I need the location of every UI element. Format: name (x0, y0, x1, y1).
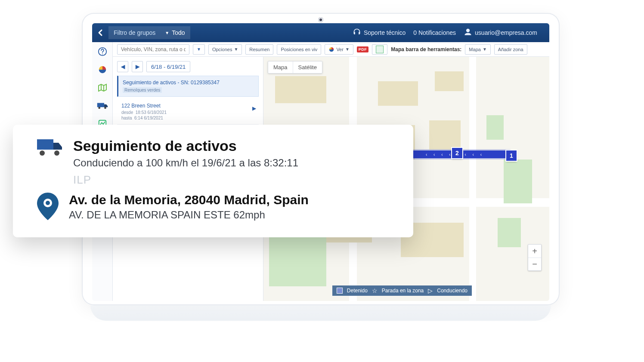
user-icon (464, 28, 472, 38)
support-label: Soporte técnico (364, 29, 406, 36)
date-prev-button[interactable]: ◀ (117, 61, 128, 72)
zoom-out-button[interactable]: − (528, 258, 541, 270)
route-marker-1[interactable]: 1 (506, 150, 517, 161)
user-menu[interactable]: usuario@empresa.com (464, 28, 537, 38)
svg-point-4 (104, 107, 106, 109)
svg-point-1 (102, 54, 103, 55)
map-legend: Detenido ☆ Parada en la zona ▷ Conducien… (332, 285, 472, 296)
map-type-satellite[interactable]: Satélite (293, 61, 322, 73)
pin-icon (36, 193, 59, 222)
camera-dot (318, 17, 323, 22)
fleet-icon[interactable] (96, 100, 108, 112)
popup-status: Conduciendo a 100 km/h el 19/6/21 a las … (73, 157, 298, 169)
live-positions-label: Posiciones en viv (281, 47, 317, 52)
map-icon[interactable] (96, 82, 108, 94)
date-next-button[interactable]: ▶ (132, 61, 143, 72)
popup-code: ILP (73, 173, 298, 187)
truck-icon (36, 138, 64, 158)
legend-star-icon: ☆ (372, 287, 378, 294)
support-link[interactable]: Soporte técnico (353, 28, 406, 38)
map-style-label: Mapa (469, 47, 481, 52)
search-input[interactable] (117, 44, 189, 55)
expand-icon: ▶ (252, 105, 256, 111)
pdf-badge: PDF (357, 46, 369, 52)
date-selector: ◀ ▶ 6/18 - 6/19/21 (113, 57, 263, 76)
notifications-link[interactable]: 0 Notificaciones (413, 29, 456, 36)
group-filter-label: Filtro de grupos (114, 29, 155, 36)
map-style-dropdown[interactable]: Mapa ▼ (465, 44, 490, 55)
laptop-base (90, 305, 551, 321)
view-dropdown[interactable]: Ver ▼ (325, 44, 353, 55)
svg-point-8 (54, 150, 59, 156)
tooltip-card: Seguimiento de activos Conduciendo a 100… (13, 125, 413, 237)
legend-square-icon (337, 288, 343, 294)
dashboard-icon[interactable] (96, 64, 108, 76)
main-toolbar: ▼ Opciones ▼ Resumen Posiciones en viv V… (113, 42, 549, 57)
zoom-in-button[interactable]: + (528, 245, 541, 258)
view-label: Ver (336, 47, 344, 52)
svg-point-7 (40, 150, 45, 156)
pdf-export-button[interactable]: PDF (357, 44, 369, 55)
popup-address: Av. de la Memoria, 28040 Madrid, Spain (69, 193, 309, 207)
legend-play-icon: ▷ (428, 287, 433, 294)
options-label: Opciones (212, 47, 232, 52)
legend-stopped: Detenido (347, 288, 368, 294)
zone-toggle-button[interactable] (372, 44, 387, 55)
popup-heading: Seguimiento de activos (73, 138, 298, 154)
legend-driving: Conduciendo (437, 288, 468, 294)
popup-address-sub: AV. DE LA MEMORIA SPAIN ESTE 62mph (69, 209, 309, 221)
back-button[interactable] (92, 23, 108, 42)
live-positions-button[interactable]: Posiciones en viv (277, 44, 321, 55)
zone-square-icon (376, 46, 384, 53)
notifications-label: 0 Notificaciones (413, 29, 456, 36)
map-type-map[interactable]: Mapa (268, 61, 293, 73)
group-filter-all: Todo (172, 29, 185, 36)
asset-card[interactable]: Seguimiento de activos - SN: 0129385347 … (117, 76, 259, 97)
zoom-control: + − (528, 244, 542, 271)
group-filter[interactable]: Filtro de grupos ▼Todo (108, 26, 190, 39)
legend-zone-stop: Parada en la zona (382, 288, 424, 294)
stop-address: 122 Breen Street (121, 103, 254, 109)
svg-rect-6 (37, 139, 53, 150)
date-range-chip[interactable]: 6/18 - 6/19/21 (146, 61, 190, 72)
map-type-switch: Mapa Satélite (268, 61, 322, 74)
svg-point-3 (98, 107, 100, 109)
dropdown-icon: ▼ (165, 31, 169, 35)
date-range-text: 6/18 - 6/19/21 (151, 64, 186, 70)
summary-label: Resumen (249, 47, 269, 52)
user-email: usuario@empresa.com (475, 29, 537, 36)
map-toolbar-label: Mapa barra de herramientas: (391, 46, 461, 52)
add-zone-button[interactable]: Añadir zona (494, 44, 527, 55)
search-dropdown[interactable]: ▼ (193, 44, 205, 55)
svg-point-10 (46, 201, 50, 205)
help-icon[interactable] (96, 46, 108, 58)
asset-group: Remolques verdes (123, 87, 162, 93)
options-dropdown[interactable]: Opciones ▼ (208, 44, 242, 55)
route-marker-2[interactable]: 2 (452, 148, 462, 158)
svg-rect-2 (97, 103, 104, 107)
add-zone-label: Añadir zona (498, 47, 523, 52)
asset-title: Seguimiento de activos - SN: 0129385347 (123, 80, 254, 86)
topbar: Filtro de grupos ▼Todo Soporte técnico 0… (92, 23, 549, 42)
headset-icon (353, 28, 361, 38)
summary-button[interactable]: Resumen (245, 44, 273, 55)
stop-card[interactable]: 122 Breen Street desde 18:53 6/18/2021 h… (117, 99, 259, 125)
